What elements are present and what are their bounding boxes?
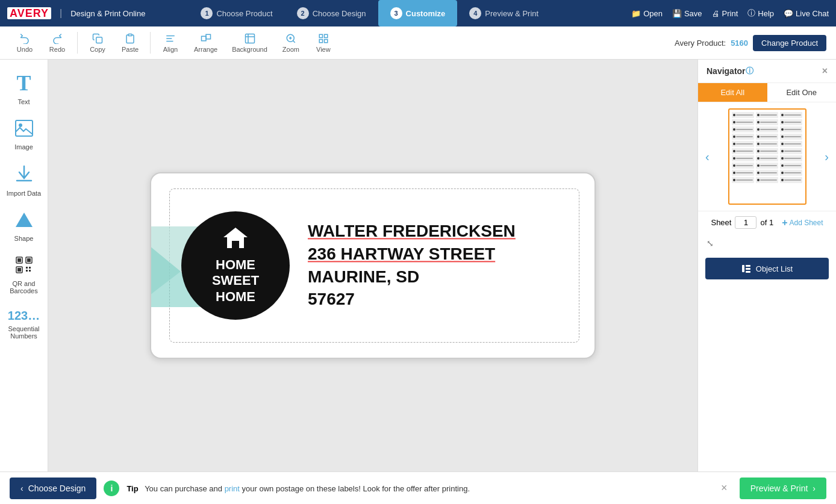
- background-button[interactable]: Background: [226, 31, 273, 55]
- tip-icon: i: [104, 481, 119, 496]
- live-chat-action[interactable]: 💬 Live Chat: [784, 9, 829, 18]
- navigator-info-icon: ⓘ: [746, 66, 753, 76]
- label-logo-circle[interactable]: HOME SWEET HOME: [181, 211, 290, 320]
- tip-text: You can purchase and print your own post…: [145, 484, 470, 493]
- step-3-customize[interactable]: 3 Customize: [378, 0, 458, 26]
- prev-sheet-arrow[interactable]: ‹: [700, 148, 714, 166]
- preview-print-button[interactable]: Preview & Print ›: [740, 478, 826, 499]
- object-list-button[interactable]: Object List: [705, 258, 829, 279]
- sheet-number-input[interactable]: [735, 216, 756, 229]
- expand-icon[interactable]: ⤡: [703, 235, 717, 252]
- svg-rect-28: [29, 270, 31, 272]
- svg-rect-16: [16, 120, 33, 136]
- align-button[interactable]: Align: [155, 31, 186, 55]
- canvas-area[interactable]: HOME SWEET HOME WALTER FREDERICKSEN 236 …: [48, 60, 697, 471]
- info-icon: i: [110, 484, 113, 493]
- brand-text: Design & Print Online: [70, 9, 145, 18]
- thumb-sheet-preview: #thumb-img { display: flex; flex-directi…: [728, 108, 806, 205]
- save-action[interactable]: 💾 Save: [672, 9, 702, 18]
- edit-mode-buttons: Edit All Edit One: [698, 83, 836, 102]
- image-icon: [15, 120, 33, 141]
- bottom-bar: ‹ Choose Design i Tip You can purchase a…: [0, 471, 836, 504]
- toolbar: Undo Redo Copy Paste Align Arrange Backg…: [0, 26, 836, 60]
- tip-label: Tip: [126, 484, 138, 493]
- import-icon: [16, 165, 33, 187]
- avery-logo: AVERY: [7, 7, 51, 20]
- svg-rect-25: [26, 267, 28, 269]
- svg-rect-0: [96, 37, 102, 43]
- sheet-thumbnail[interactable]: #thumb-img { display: flex; flex-directi…: [714, 102, 820, 211]
- svg-rect-6: [206, 34, 211, 39]
- copy-button[interactable]: Copy: [83, 31, 113, 55]
- sidebar-item-image[interactable]: Image: [3, 115, 45, 155]
- zoom-button[interactable]: Zoom: [276, 31, 306, 55]
- house-icon: [222, 226, 249, 255]
- step-4-preview-print[interactable]: 4 Preview & Print: [457, 0, 551, 26]
- svg-marker-18: [16, 213, 33, 227]
- navigator-close-icon[interactable]: ×: [822, 66, 828, 76]
- main-layout: T Text Image Import Data Shape: [0, 60, 836, 471]
- svg-rect-22: [27, 258, 31, 262]
- svg-rect-1: [128, 34, 132, 36]
- text-icon: T: [16, 70, 31, 96]
- svg-rect-15: [324, 39, 327, 42]
- paste-button[interactable]: Paste: [115, 31, 145, 55]
- print-icon: 🖨: [712, 9, 720, 18]
- qr-icon: [16, 257, 33, 278]
- right-panel: Navigator ⓘ × Edit All Edit One ‹ #thumb…: [697, 60, 836, 471]
- sidebar-item-shape[interactable]: Shape: [3, 207, 45, 247]
- sheet-label: Sheet: [711, 218, 731, 227]
- svg-rect-20: [17, 258, 21, 262]
- svg-rect-24: [17, 268, 21, 272]
- svg-point-17: [19, 123, 22, 127]
- svg-rect-12: [319, 34, 322, 37]
- nav-steps: 1 Choose Product 2 Choose Design 3 Custo…: [189, 0, 551, 26]
- svg-rect-7: [245, 34, 254, 43]
- nav-divider: |: [60, 8, 62, 19]
- sidebar-item-sequential-numbers[interactable]: 123… Sequential Numbers: [3, 304, 45, 344]
- undo-button[interactable]: Undo: [10, 31, 40, 55]
- navigator-title: Navigator: [707, 66, 746, 76]
- open-action[interactable]: 📁 Open: [631, 9, 663, 18]
- label-wrapper: HOME SWEET HOME WALTER FREDERICKSEN 236 …: [150, 172, 596, 359]
- choose-design-button[interactable]: ‹ Choose Design: [10, 478, 96, 499]
- step-2-choose-design[interactable]: 2 Choose Design: [285, 0, 378, 26]
- chat-icon: 💬: [784, 9, 793, 18]
- svg-rect-33: [746, 265, 750, 267]
- sidebar-item-import-data[interactable]: Import Data: [3, 160, 45, 202]
- redo-button[interactable]: Redo: [42, 31, 72, 55]
- help-icon: ⓘ: [747, 8, 755, 19]
- edit-all-button[interactable]: Edit All: [698, 83, 767, 102]
- label-canvas[interactable]: HOME SWEET HOME WALTER FREDERICKSEN 236 …: [150, 172, 596, 359]
- expand-row: ⤡: [698, 234, 836, 253]
- add-sheet-btn[interactable]: + Add Sheet: [782, 217, 823, 228]
- toolbar-right: Avery Product: 5160 Change Product: [675, 35, 826, 51]
- svg-rect-5: [201, 36, 206, 41]
- sidebar-item-qr-barcodes[interactable]: QR and Barcodes: [3, 252, 45, 299]
- change-product-button[interactable]: Change Product: [753, 35, 826, 51]
- sheet-of-text: of 1: [760, 218, 773, 227]
- open-icon: 📁: [631, 9, 641, 18]
- help-action[interactable]: ⓘ Help: [747, 8, 774, 19]
- print-action[interactable]: 🖨 Print: [712, 9, 738, 18]
- sidebar-item-text[interactable]: T Text: [3, 66, 45, 110]
- step-1-choose-product[interactable]: 1 Choose Product: [189, 0, 284, 26]
- sheet-controls: Sheet of 1 + Add Sheet: [698, 211, 836, 234]
- tip-content: Tip You can purchase and print your own …: [126, 483, 709, 494]
- navigator-header: Navigator ⓘ ×: [698, 60, 836, 83]
- left-sidebar: T Text Image Import Data Shape: [0, 60, 48, 471]
- next-sheet-arrow[interactable]: ›: [820, 148, 834, 166]
- svg-marker-31: [223, 228, 248, 248]
- view-button[interactable]: View: [308, 31, 338, 55]
- svg-rect-26: [29, 267, 31, 269]
- svg-line-9: [293, 40, 295, 42]
- label-address[interactable]: WALTER FREDERICKSEN 236 HARTWAY STREET M…: [308, 220, 516, 311]
- sequential-icon: 123…: [8, 309, 40, 323]
- nav-arrows-row: ‹ #thumb-img { display: flex; flex-direc…: [698, 102, 836, 211]
- save-icon: 💾: [672, 9, 682, 18]
- edit-one-button[interactable]: Edit One: [767, 83, 837, 102]
- svg-rect-35: [746, 271, 750, 273]
- svg-rect-27: [26, 270, 28, 272]
- arrange-button[interactable]: Arrange: [188, 31, 223, 55]
- tip-close-button[interactable]: ×: [716, 479, 732, 497]
